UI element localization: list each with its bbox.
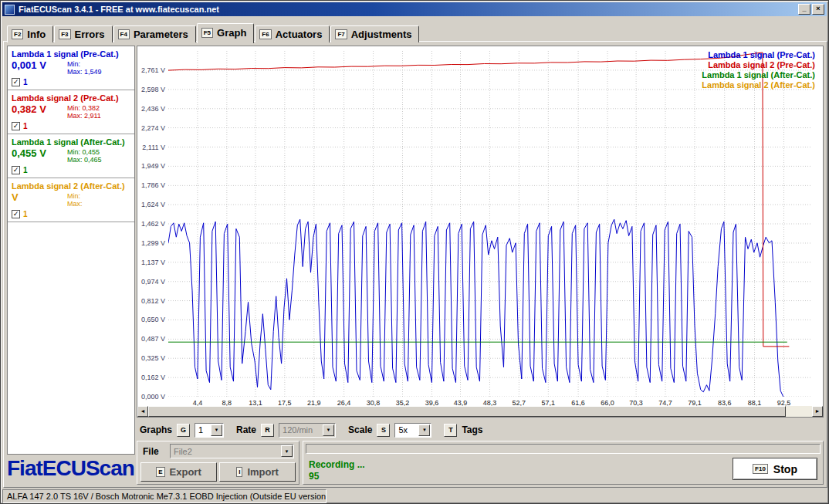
stop-button-label: Stop <box>773 463 797 475</box>
signals-panel: Lambda 1 signal (Pre-Cat.)0,001 VMin:Max… <box>7 46 135 455</box>
import-button-label: Import <box>247 466 278 478</box>
tab-label: Errors <box>75 29 105 40</box>
app-window: FiatECUScan 3.4.1 - FREE at www.fiatecus… <box>0 0 829 504</box>
window-title: FiatECUScan 3.4.1 - FREE at www.fiatecus… <box>19 5 219 14</box>
dropdown-arrow-icon[interactable]: ▼ <box>281 445 293 457</box>
y-tick-label: 2,761 V <box>137 66 165 74</box>
signal-check-row: ✓1 <box>12 166 130 174</box>
graphs-label: Graphs <box>140 425 172 435</box>
graphs-count-value: 1 <box>198 425 203 435</box>
dropdown-arrow-icon[interactable]: ▼ <box>418 425 430 436</box>
tab-adjustments[interactable]: F7Adjustments <box>330 25 419 42</box>
signal-name: Lambda 1 signal (After-Cat.) <box>12 137 130 147</box>
signal-min: Min: <box>67 192 83 200</box>
import-key-chip: I <box>236 467 242 477</box>
tags-key-button[interactable]: T <box>444 424 457 437</box>
scale-label: Scale <box>348 425 372 435</box>
rate-key-button[interactable]: R <box>261 424 274 437</box>
signal-value: 0,455 V <box>12 148 67 164</box>
signal-minmax: Min: 0,455Max: 0,465 <box>67 148 102 164</box>
signal-channel-label: 1 <box>23 78 28 86</box>
signal-min: Min: 0,382 <box>67 104 101 112</box>
signal-check-row: ✓1 <box>12 78 130 86</box>
minimize-button[interactable]: _ <box>798 4 810 15</box>
signal-channel-label: 1 <box>23 122 28 130</box>
rate-select[interactable]: 120/min ▼ <box>279 423 336 438</box>
dropdown-arrow-icon[interactable]: ▼ <box>323 425 334 436</box>
signal-value: 0,001 V <box>12 60 67 76</box>
rate-value: 120/min <box>283 425 313 435</box>
export-key-chip: E <box>156 467 164 477</box>
signal-value-row: 0,001 VMin:Max: 1,549 <box>12 60 130 76</box>
tab-parameters[interactable]: F4Parameters <box>113 25 196 42</box>
tab-info[interactable]: F2Info <box>7 25 53 42</box>
tab-fkey-chip: F4 <box>118 29 130 39</box>
y-tick-label: 1,462 V <box>137 220 165 228</box>
rate-label: Rate <box>236 425 256 435</box>
signal-checkbox[interactable]: ✓ <box>12 122 20 130</box>
stop-button[interactable]: F10 Stop <box>733 458 817 480</box>
tab-fkey-chip: F7 <box>335 29 347 39</box>
recording-status-text: Recording ... <box>309 459 365 470</box>
scale-key-button[interactable]: S <box>377 424 390 437</box>
tab-bar: F2InfoF3ErrorsF4ParametersF5GraphF6Actua… <box>7 22 420 42</box>
signal-check-row: ✓1 <box>12 210 130 218</box>
graph-controls-row: Graphs G 1 ▼ Rate R 120/min ▼ Scale S 5x… <box>140 422 483 438</box>
signal-name: Lambda signal 2 (After-Cat.) <box>12 181 130 191</box>
app-logo: FiatECUScan <box>7 456 134 481</box>
tags-label: Tags <box>462 425 482 435</box>
tab-fkey-chip: F3 <box>59 29 70 39</box>
tab-actuators[interactable]: F6Actuators <box>255 25 330 42</box>
scale-select[interactable]: 5x ▼ <box>394 423 431 438</box>
signal-max: Max: <box>67 200 83 208</box>
file-select-value: File2 <box>174 447 192 456</box>
y-tick-label: 0,487 V <box>137 335 165 343</box>
signal-channel-label: 1 <box>23 166 28 174</box>
signal-checkbox[interactable]: ✓ <box>12 166 20 174</box>
signal-value: 0,382 V <box>12 104 67 120</box>
tab-label: Adjustments <box>351 29 412 40</box>
dropdown-arrow-icon[interactable]: ▼ <box>211 425 222 436</box>
chart-plot <box>168 51 810 397</box>
scroll-left-icon[interactable]: ◄ <box>137 406 148 417</box>
y-tick-label: 0,812 V <box>137 297 165 305</box>
graph-horizontal-scrollbar[interactable]: ◄ ► <box>137 406 823 417</box>
close-button[interactable]: × <box>812 4 824 15</box>
graphs-key-button[interactable]: G <box>177 424 190 437</box>
scale-value: 5x <box>398 425 408 435</box>
y-tick-label: 0,000 V <box>137 393 165 401</box>
signal-channel-label: 1 <box>23 210 28 218</box>
tab-label: Parameters <box>134 29 188 40</box>
y-tick-label: 2,274 V <box>137 124 165 132</box>
y-tick-label: 1,624 V <box>137 201 165 208</box>
tab-errors[interactable]: F3Errors <box>54 25 112 42</box>
tab-graph[interactable]: F5Graph <box>197 23 255 43</box>
status-bar: ALFA 147 2.0 TS 16V / Bosch Motronic Me7… <box>2 489 828 503</box>
scroll-right-icon[interactable]: ► <box>812 406 823 417</box>
signal-checkbox[interactable]: ✓ <box>12 78 20 86</box>
y-tick-label: 2,598 V <box>137 86 165 93</box>
file-select[interactable]: File2 ▼ <box>170 444 294 458</box>
title-bar[interactable]: FiatECUScan 3.4.1 - FREE at www.fiatecus… <box>2 2 827 16</box>
tab-label: Info <box>27 29 46 40</box>
graphs-count-select[interactable]: 1 ▼ <box>195 423 224 438</box>
recording-sample-count: 95 <box>309 471 319 482</box>
y-tick-label: 0,974 V <box>137 278 165 286</box>
vehicle-info-text: ALFA 147 2.0 TS 16V / Bosch Motronic Me7… <box>2 489 327 503</box>
tab-label: Graph <box>217 27 246 39</box>
export-button[interactable]: E Export <box>140 462 217 482</box>
scrollbar-thumb[interactable] <box>148 406 786 417</box>
import-button[interactable]: I Import <box>219 462 296 482</box>
signal-item: Lambda 1 signal (Pre-Cat.)0,001 VMin:Max… <box>8 46 134 90</box>
recording-status-panel: Recording ... 95 F10 Stop <box>303 441 824 485</box>
signal-check-row: ✓1 <box>12 122 130 130</box>
graph-panel: 0,000 V0,162 V0,325 V0,487 V0,650 V0,812… <box>137 46 824 418</box>
progress-strip <box>306 444 821 454</box>
signal-max: Max: 1,549 <box>67 68 102 76</box>
scrollbar-track[interactable] <box>148 406 812 417</box>
y-tick-label: 1,137 V <box>137 259 165 266</box>
signal-minmax: Min: 0,382Max: 2,911 <box>67 104 101 120</box>
signal-max: Max: 2,911 <box>67 112 101 120</box>
signal-checkbox[interactable]: ✓ <box>12 210 20 218</box>
signal-min: Min: <box>67 60 102 68</box>
